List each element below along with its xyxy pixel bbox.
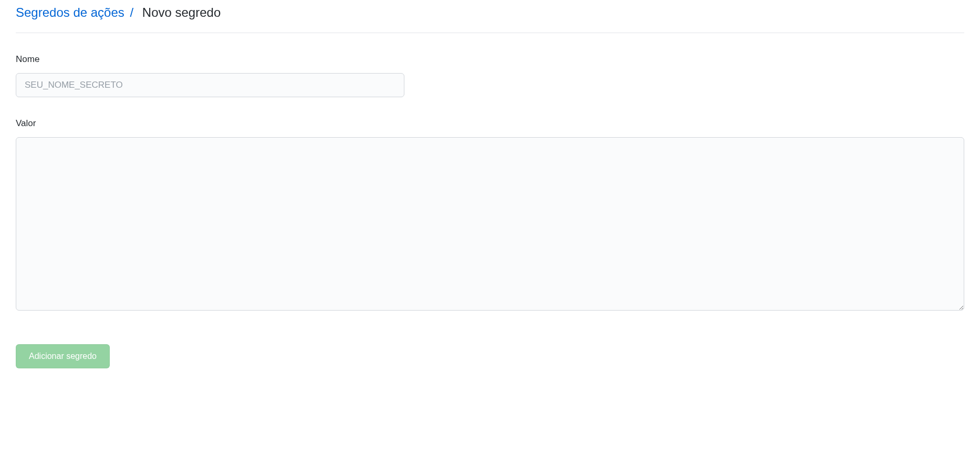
breadcrumb: Segredos de ações / Novo segredo [16,5,964,33]
form-group-name: Nome [16,54,964,97]
name-label: Nome [16,54,964,65]
name-input[interactable] [16,73,404,97]
breadcrumb-current: Novo segredo [142,5,221,19]
add-secret-button[interactable]: Adicionar segredo [16,344,110,368]
form-group-value: Valor [16,118,964,313]
value-textarea[interactable] [16,137,964,311]
breadcrumb-link-secrets[interactable]: Segredos de ações [16,5,124,19]
breadcrumb-separator: / [130,5,133,19]
value-label: Valor [16,118,964,129]
